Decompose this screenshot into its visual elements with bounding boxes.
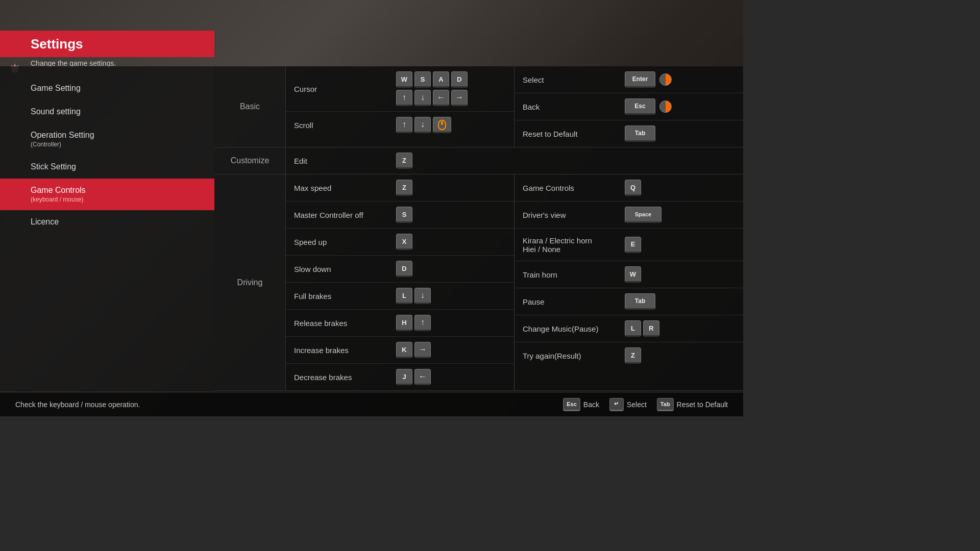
binding-speed-up: Speed up X	[286, 229, 514, 256]
section-label-basic: Basic	[214, 66, 286, 147]
status-action-back: Esc Back	[563, 398, 599, 411]
binding-train-horn: Train horn W	[514, 261, 743, 288]
binding-name-decrease-brakes: Decrease brakes	[294, 373, 396, 382]
title-bar: Settings	[0, 31, 214, 57]
status-text: Check the keyboard / mouse operation.	[15, 400, 563, 409]
edit-keys: Z	[396, 153, 412, 169]
key-up-arrow: ↑	[396, 90, 412, 106]
key-space: Space	[625, 207, 662, 223]
section-label-customize: Customize	[214, 147, 286, 174]
key-q-gc: Q	[625, 180, 641, 196]
driving-content: Max speed Z Master Controller off S	[286, 174, 743, 390]
key-j-decrease: J	[396, 369, 412, 385]
status-label-select: Select	[627, 400, 647, 409]
key-esc-status: Esc	[563, 398, 580, 411]
binding-name-release-brakes: Release brakes	[294, 319, 396, 328]
binding-name-horn: Kirara / Electric hornHiei / None	[523, 236, 625, 254]
key-l-music: L	[625, 320, 641, 337]
binding-reset: Reset to Default Tab	[514, 120, 743, 147]
basic-right: Select Enter Back Esc	[514, 66, 743, 147]
key-l-brakes: L	[396, 288, 412, 304]
content-panel: Basic Cursor W S A	[214, 66, 743, 392]
binding-name-cursor: Cursor	[294, 85, 396, 93]
key-right-arrow: →	[451, 90, 468, 106]
key-left-arrow: ←	[433, 90, 449, 106]
key-down-brakes: ↓	[414, 288, 431, 304]
binding-name-increase-brakes: Increase brakes	[294, 346, 396, 355]
binding-full-brakes: Full brakes L ↓	[286, 283, 514, 310]
controller-icon-back	[659, 101, 672, 113]
try-again-keys: Z	[625, 347, 641, 364]
binding-slow-down: Slow down D	[286, 256, 514, 283]
key-esc: Esc	[625, 98, 655, 115]
status-action-reset: Tab Reset to Default	[657, 398, 728, 411]
sidebar-item-sound-setting[interactable]: Sound setting	[0, 100, 214, 123]
binding-name-game-controls: Game Controls	[523, 184, 625, 192]
key-left-decrease: ←	[414, 369, 431, 385]
key-up-release: ↑	[414, 315, 431, 331]
sidebar-item-stick-setting[interactable]: Stick Setting	[0, 155, 214, 179]
binding-name-try-again: Try again(Result)	[523, 352, 625, 360]
driving-cols: Max speed Z Master Controller off S	[286, 174, 743, 390]
binding-name-pause: Pause	[523, 297, 625, 306]
train-horn-keys: W	[625, 266, 641, 283]
section-basic: Basic Cursor W S A	[214, 66, 743, 147]
binding-horn: Kirara / Electric hornHiei / None E	[514, 229, 743, 261]
scroll-mouse-icon: ↑ ↓	[433, 117, 451, 133]
drivers-view-keys: Space	[625, 207, 662, 223]
binding-master-off: Master Controller off S	[286, 202, 514, 229]
key-scroll-down: ↓	[414, 117, 431, 133]
svg-text:↑: ↑	[441, 118, 443, 121]
binding-name-speed-up: Speed up	[294, 238, 396, 246]
key-tab-reset: Tab	[625, 126, 655, 142]
main-content: Game Setting Sound setting Operation Set…	[0, 66, 743, 392]
binding-edit: Edit Z	[286, 147, 743, 174]
key-s: S	[414, 71, 431, 88]
sidebar-item-operation-setting[interactable]: Operation Setting (Controller)	[0, 123, 214, 155]
increase-brakes-keys: K →	[396, 342, 431, 358]
select-keys: Enter	[625, 71, 672, 88]
binding-name-change-music: Change Music(Pause)	[523, 324, 625, 333]
binding-name-drivers-view: Driver's view	[523, 211, 625, 219]
cursor-keys: W S A D ↑ ↓ ← →	[396, 71, 468, 106]
status-action-select: ↵ Select	[609, 398, 647, 411]
binding-scroll: Scroll ↑ ↓ ↑ ↓	[286, 112, 514, 138]
speed-up-keys: X	[396, 234, 412, 250]
section-label-driving: Driving	[214, 174, 286, 390]
sidebar-item-licence[interactable]: Licence	[0, 210, 214, 234]
binding-name-train-horn: Train horn	[523, 270, 625, 279]
status-bar: Check the keyboard / mouse operation. Es…	[0, 392, 743, 416]
sidebar-item-game-setting[interactable]: Game Setting	[0, 77, 214, 100]
sidebar-item-game-controls[interactable]: Game Controls (keyboard / mouse)	[0, 179, 214, 210]
header: Settings Change the game settings.	[0, 0, 743, 66]
binding-decrease-brakes: Decrease brakes J ←	[286, 364, 514, 390]
driving-col-left: Max speed Z Master Controller off S	[286, 174, 514, 390]
binding-name-slow-down: Slow down	[294, 265, 396, 273]
key-tab-pause: Tab	[625, 293, 655, 310]
binding-increase-brakes: Increase brakes K →	[286, 337, 514, 364]
svg-text:↓: ↓	[441, 128, 443, 131]
binding-try-again: Try again(Result) Z	[514, 342, 743, 369]
key-s-master: S	[396, 207, 412, 223]
binding-name-max-speed: Max speed	[294, 184, 396, 192]
key-w: W	[396, 71, 412, 88]
mouse-scroll-svg: ↑ ↓	[436, 118, 448, 131]
binding-name-full-brakes: Full brakes	[294, 292, 396, 300]
reset-keys: Tab	[625, 126, 655, 142]
back-keys: Esc	[625, 98, 672, 115]
game-controls-keys: Q	[625, 180, 641, 196]
slow-down-keys: D	[396, 261, 412, 277]
horn-keys: E	[625, 237, 641, 253]
key-a: A	[433, 71, 449, 88]
release-brakes-keys: H ↑	[396, 315, 431, 331]
binding-drivers-view: Driver's view Space	[514, 202, 743, 229]
sidebar: Game Setting Sound setting Operation Set…	[0, 66, 214, 392]
binding-game-controls: Game Controls Q	[514, 174, 743, 202]
full-brakes-keys: L ↓	[396, 288, 431, 304]
key-r-music: R	[643, 320, 659, 337]
controller-icon-select	[659, 73, 672, 86]
key-d-slow: D	[396, 261, 412, 277]
key-k-increase: K	[396, 342, 412, 358]
key-x-speed: X	[396, 234, 412, 250]
key-scroll-up: ↑	[396, 117, 412, 133]
